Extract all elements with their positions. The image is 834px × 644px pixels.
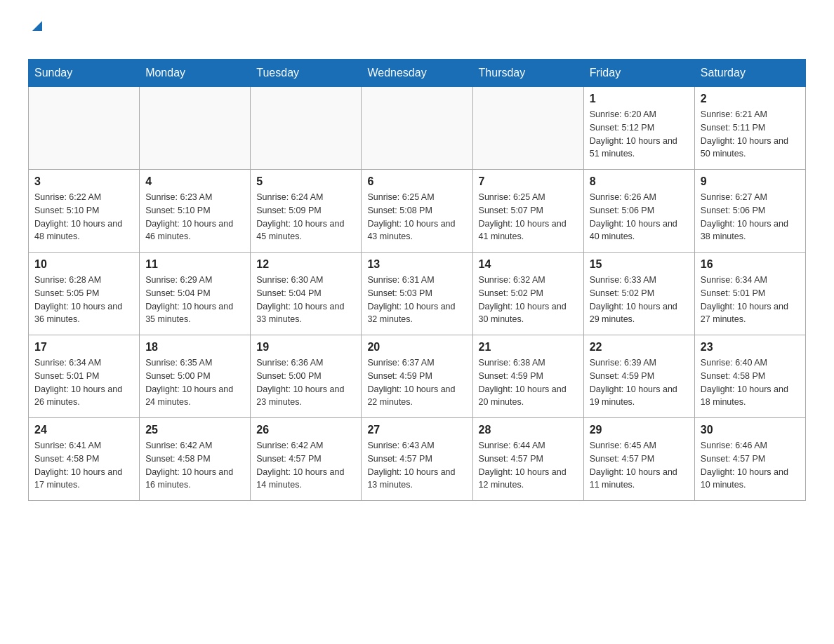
calendar-cell: 9Sunrise: 6:27 AMSunset: 5:06 PMDaylight… (694, 170, 805, 253)
calendar-cell: 18Sunrise: 6:35 AMSunset: 5:00 PMDayligh… (140, 335, 251, 418)
weekday-header-saturday: Saturday (694, 60, 805, 87)
calendar-body: 1Sunrise: 6:20 AMSunset: 5:12 PMDaylight… (29, 87, 806, 501)
weekday-header-sunday: Sunday (29, 60, 140, 87)
day-info: Sunrise: 6:25 AMSunset: 5:07 PMDaylight:… (479, 191, 578, 243)
day-number: 3 (34, 175, 133, 188)
calendar-cell: 26Sunrise: 6:42 AMSunset: 4:57 PMDayligh… (251, 418, 362, 501)
calendar-cell: 14Sunrise: 6:32 AMSunset: 5:02 PMDayligh… (472, 253, 583, 335)
weekday-header-monday: Monday (140, 60, 251, 87)
day-number: 6 (367, 175, 466, 188)
calendar-cell: 6Sunrise: 6:25 AMSunset: 5:08 PMDaylight… (362, 170, 472, 253)
calendar-cell: 15Sunrise: 6:33 AMSunset: 5:02 PMDayligh… (583, 253, 694, 335)
calendar-week-3: 10Sunrise: 6:28 AMSunset: 5:05 PMDayligh… (29, 253, 806, 335)
calendar-cell: 29Sunrise: 6:45 AMSunset: 4:57 PMDayligh… (583, 418, 694, 501)
day-number: 22 (590, 341, 689, 354)
calendar-header: SundayMondayTuesdayWednesdayThursdayFrid… (29, 60, 806, 87)
day-number: 21 (479, 341, 578, 354)
day-number: 26 (256, 424, 355, 436)
calendar-cell: 5Sunrise: 6:24 AMSunset: 5:09 PMDaylight… (251, 170, 362, 253)
day-info: Sunrise: 6:33 AMSunset: 5:02 PMDaylight:… (590, 274, 689, 326)
day-info: Sunrise: 6:26 AMSunset: 5:06 PMDaylight:… (590, 191, 689, 243)
day-number: 18 (145, 341, 244, 354)
day-info: Sunrise: 6:23 AMSunset: 5:10 PMDaylight:… (145, 191, 244, 243)
weekday-header-wednesday: Wednesday (362, 60, 472, 87)
day-info: Sunrise: 6:22 AMSunset: 5:10 PMDaylight:… (34, 191, 133, 243)
calendar-table: SundayMondayTuesdayWednesdayThursdayFrid… (28, 59, 806, 501)
calendar-week-5: 24Sunrise: 6:41 AMSunset: 4:58 PMDayligh… (29, 418, 806, 501)
calendar-week-2: 3Sunrise: 6:22 AMSunset: 5:10 PMDaylight… (29, 170, 806, 253)
calendar-cell: 22Sunrise: 6:39 AMSunset: 4:59 PMDayligh… (583, 335, 694, 418)
day-info: Sunrise: 6:39 AMSunset: 4:59 PMDaylight:… (590, 356, 689, 409)
day-number: 29 (590, 424, 689, 436)
calendar-cell: 30Sunrise: 6:46 AMSunset: 4:57 PMDayligh… (694, 418, 805, 501)
day-info: Sunrise: 6:31 AMSunset: 5:03 PMDaylight:… (367, 274, 466, 326)
day-number: 8 (590, 175, 689, 188)
calendar-cell (140, 87, 251, 170)
day-info: Sunrise: 6:41 AMSunset: 4:58 PMDaylight:… (34, 439, 133, 492)
calendar-cell: 2Sunrise: 6:21 AMSunset: 5:11 PMDaylight… (694, 87, 805, 170)
calendar-cell: 28Sunrise: 6:44 AMSunset: 4:57 PMDayligh… (472, 418, 583, 501)
day-number: 13 (367, 258, 466, 271)
calendar-cell: 21Sunrise: 6:38 AMSunset: 4:59 PMDayligh… (472, 335, 583, 418)
calendar-cell: 7Sunrise: 6:25 AMSunset: 5:07 PMDaylight… (472, 170, 583, 253)
day-info: Sunrise: 6:27 AMSunset: 5:06 PMDaylight:… (701, 191, 800, 243)
calendar-cell: 16Sunrise: 6:34 AMSunset: 5:01 PMDayligh… (694, 253, 805, 335)
day-number: 19 (256, 341, 355, 354)
day-info: Sunrise: 6:45 AMSunset: 4:57 PMDaylight:… (590, 439, 689, 492)
day-number: 17 (34, 341, 133, 354)
calendar-cell: 10Sunrise: 6:28 AMSunset: 5:05 PMDayligh… (29, 253, 140, 335)
day-number: 4 (145, 175, 244, 188)
calendar-cell (29, 87, 140, 170)
day-info: Sunrise: 6:43 AMSunset: 4:57 PMDaylight:… (367, 439, 466, 492)
day-info: Sunrise: 6:37 AMSunset: 4:59 PMDaylight:… (367, 356, 466, 409)
calendar-cell: 27Sunrise: 6:43 AMSunset: 4:57 PMDayligh… (362, 418, 472, 501)
day-info: Sunrise: 6:44 AMSunset: 4:57 PMDaylight:… (479, 439, 578, 492)
calendar-cell (472, 87, 583, 170)
calendar-cell: 23Sunrise: 6:40 AMSunset: 4:58 PMDayligh… (694, 335, 805, 418)
day-number: 2 (701, 93, 800, 105)
day-number: 7 (479, 175, 578, 188)
day-info: Sunrise: 6:28 AMSunset: 5:05 PMDaylight:… (34, 274, 133, 326)
calendar-cell: 1Sunrise: 6:20 AMSunset: 5:12 PMDaylight… (583, 87, 694, 170)
day-number: 5 (256, 175, 355, 188)
day-number: 12 (256, 258, 355, 271)
calendar-cell: 3Sunrise: 6:22 AMSunset: 5:10 PMDaylight… (29, 170, 140, 253)
day-info: Sunrise: 6:42 AMSunset: 4:57 PMDaylight:… (256, 439, 355, 492)
calendar-cell: 25Sunrise: 6:42 AMSunset: 4:58 PMDayligh… (140, 418, 251, 501)
calendar-cell: 13Sunrise: 6:31 AMSunset: 5:03 PMDayligh… (362, 253, 472, 335)
svg-marker-0 (32, 21, 42, 31)
day-info: Sunrise: 6:40 AMSunset: 4:58 PMDaylight:… (701, 356, 800, 409)
day-number: 10 (34, 258, 133, 271)
day-number: 23 (701, 341, 800, 354)
day-number: 20 (367, 341, 466, 354)
day-info: Sunrise: 6:34 AMSunset: 5:01 PMDaylight:… (701, 274, 800, 326)
day-info: Sunrise: 6:21 AMSunset: 5:11 PMDaylight:… (701, 108, 800, 161)
day-info: Sunrise: 6:34 AMSunset: 5:01 PMDaylight:… (34, 356, 133, 409)
calendar-cell: 12Sunrise: 6:30 AMSunset: 5:04 PMDayligh… (251, 253, 362, 335)
day-number: 27 (367, 424, 466, 436)
calendar-cell: 4Sunrise: 6:23 AMSunset: 5:10 PMDaylight… (140, 170, 251, 253)
day-number: 9 (701, 175, 800, 188)
calendar-cell: 8Sunrise: 6:26 AMSunset: 5:06 PMDaylight… (583, 170, 694, 253)
day-info: Sunrise: 6:20 AMSunset: 5:12 PMDaylight:… (590, 108, 689, 161)
calendar-cell (362, 87, 472, 170)
weekday-header-row: SundayMondayTuesdayWednesdayThursdayFrid… (29, 60, 806, 87)
day-info: Sunrise: 6:24 AMSunset: 5:09 PMDaylight:… (256, 191, 355, 243)
calendar-cell: 11Sunrise: 6:29 AMSunset: 5:04 PMDayligh… (140, 253, 251, 335)
day-number: 24 (34, 424, 133, 436)
day-number: 14 (479, 258, 578, 271)
day-number: 1 (590, 93, 689, 105)
day-number: 16 (701, 258, 800, 271)
weekday-header-thursday: Thursday (472, 60, 583, 87)
logo-triangle-icon (29, 18, 45, 34)
calendar-cell: 19Sunrise: 6:36 AMSunset: 5:00 PMDayligh… (251, 335, 362, 418)
day-info: Sunrise: 6:36 AMSunset: 5:00 PMDaylight:… (256, 356, 355, 409)
logo (28, 21, 45, 52)
calendar-cell (251, 87, 362, 170)
day-info: Sunrise: 6:32 AMSunset: 5:02 PMDaylight:… (479, 274, 578, 326)
day-info: Sunrise: 6:38 AMSunset: 4:59 PMDaylight:… (479, 356, 578, 409)
calendar-cell: 20Sunrise: 6:37 AMSunset: 4:59 PMDayligh… (362, 335, 472, 418)
day-info: Sunrise: 6:42 AMSunset: 4:58 PMDaylight:… (145, 439, 244, 492)
day-number: 15 (590, 258, 689, 271)
day-info: Sunrise: 6:29 AMSunset: 5:04 PMDaylight:… (145, 274, 244, 326)
